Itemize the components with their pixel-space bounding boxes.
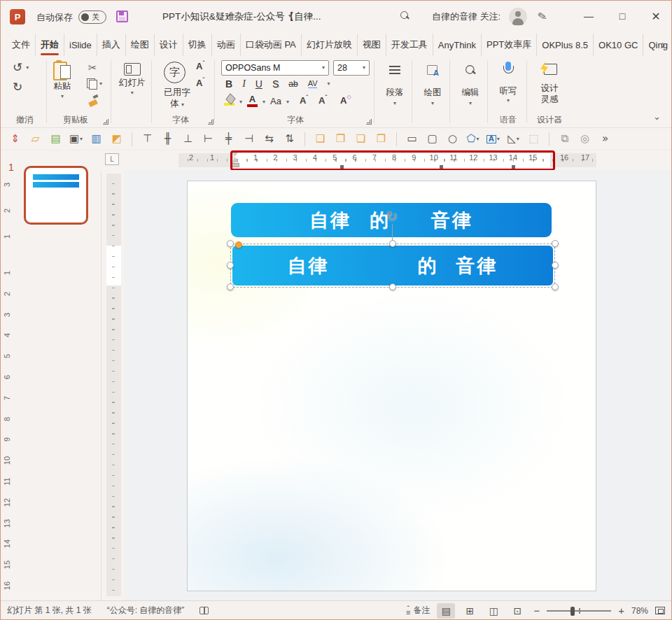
reading-view-button[interactable]: ◫ [484, 603, 503, 619]
document-title[interactable]: PPT小知识&疑难杂症-公众号【自律... [162, 10, 302, 23]
ribbon-tab[interactable]: AnyThink [433, 34, 482, 56]
ribbon-tab[interactable]: 口袋动画 PA [241, 34, 302, 56]
selection-handle-right[interactable] [552, 262, 559, 269]
normal-view-button[interactable]: ▤ [437, 603, 455, 619]
slide-dropdown-icon[interactable]: ▾ [131, 90, 134, 96]
save-icon[interactable] [116, 10, 128, 22]
account-text[interactable]: 自律的音律 关注: [432, 10, 500, 23]
ribbon-tab[interactable]: 绘图 [126, 34, 155, 56]
qat-overflow-icon[interactable]: » [596, 130, 615, 148]
minimize-button[interactable]: — [573, 0, 605, 32]
selection-handle-bottomright[interactable] [552, 283, 559, 290]
notes-button[interactable]: ˆ≡ 备注 [406, 605, 430, 617]
editing-canvas[interactable]: 自律的音律 ↻ 自律的音律 [125, 170, 672, 600]
insert-placeholder-icon[interactable]: ▣▾ [66, 130, 85, 148]
shape-effects-icon[interactable]: ◺▾ [504, 130, 523, 148]
selection-handle-bottomleft[interactable] [227, 283, 234, 290]
slideshow-button[interactable]: ⊡ [508, 603, 526, 619]
used-fonts-dialog-launcher[interactable] [208, 119, 214, 125]
merge-shapes-union-icon[interactable]: ⧉ [555, 130, 574, 148]
avatar[interactable] [509, 8, 527, 26]
tab-overflow-icon[interactable]: › [657, 34, 669, 56]
distribute-rows-icon[interactable]: ▤ [46, 130, 65, 148]
zoom-slider-handle[interactable] [570, 607, 575, 616]
edit-points-icon[interactable]: ⬚ [524, 130, 543, 148]
change-shape-icon[interactable]: ⬠▾ [463, 130, 482, 148]
ribbon-tab[interactable]: 开始 [36, 34, 64, 56]
autosave-toggle[interactable]: 关 [78, 10, 106, 24]
highlight-color-button[interactable] [224, 95, 234, 106]
text-shadow-button[interactable]: S [272, 79, 279, 89]
paste-dropdown-icon[interactable]: ▾ [61, 94, 64, 99]
align-center-icon[interactable]: ╪ [219, 130, 238, 148]
italic-button[interactable]: I [242, 79, 246, 89]
font-name-combobox[interactable]: OPPOSans M ▾ [221, 60, 329, 76]
align-top-icon[interactable]: ⊤ [138, 130, 157, 148]
close-button[interactable]: ✕ [640, 0, 672, 32]
ribbon-tab[interactable]: 设计 [155, 34, 183, 56]
slide-thumbnail[interactable] [24, 166, 88, 225]
new-slide-button[interactable]: 幻灯片 ▾ [119, 63, 146, 96]
grow-font-button[interactable]: Aˆ [300, 96, 308, 105]
underline-button[interactable]: U [255, 79, 262, 89]
selection-handle-topright[interactable] [552, 240, 559, 247]
fit-to-window-icon[interactable] [655, 607, 665, 614]
shrink-font-button[interactable]: Aˇ [318, 96, 327, 105]
paragraph-button[interactable]: 段落 [377, 87, 413, 99]
adjustment-handle[interactable] [235, 241, 242, 248]
title-dropdown-icon[interactable]: ▾ [288, 13, 291, 19]
decrease-font-icon[interactable]: Aˇ [196, 78, 204, 87]
ribbon-tab[interactable]: 切换 [183, 34, 212, 56]
ribbon-tab[interactable]: 幻灯片放映 [302, 34, 358, 56]
zoom-level[interactable]: 78% [631, 606, 648, 616]
send-backward-icon[interactable]: ❏ [351, 130, 370, 148]
used-fonts-label-line2[interactable]: 体 ▾ [161, 98, 193, 110]
slide-sorter-button[interactable]: ⊞ [461, 603, 479, 619]
zoom-slider[interactable] [547, 606, 611, 616]
ribbon-tab[interactable]: 文件 [7, 34, 36, 56]
align-right-icon[interactable]: ⊣ [239, 130, 258, 148]
rectangle-shape-icon[interactable]: ▭ [402, 130, 421, 148]
align-middle-icon[interactable]: ╫ [158, 130, 177, 148]
strikethrough-button[interactable]: ab [288, 80, 298, 88]
spacing-dropdown-icon[interactable]: ▾ [327, 81, 330, 87]
draw-button[interactable]: 绘图 [414, 87, 451, 99]
paragraph-dropdown-icon[interactable]: ▾ [393, 101, 396, 106]
ribbon-tab[interactable]: OK10 GC [594, 34, 643, 56]
powerpoint-app-icon[interactable]: P [10, 9, 25, 24]
paste-button[interactable]: 粘贴 ▾ [53, 60, 71, 99]
align-left-icon[interactable]: ⊢ [199, 130, 218, 148]
ribbon-tab[interactable]: 插入 [97, 34, 126, 56]
vertical-ruler[interactable] [106, 174, 121, 596]
bold-button[interactable]: B [225, 79, 232, 89]
ribbon-tab[interactable]: 动画 [212, 34, 241, 56]
banner-shape-selected[interactable]: 自律的音律 [232, 246, 553, 286]
clear-formatting-button[interactable]: A◇ [340, 96, 351, 105]
search-icon[interactable] [400, 11, 412, 22]
ribbon-tab[interactable]: iSlide [64, 34, 97, 56]
ribbon-tab[interactable]: PPT效率库 [482, 34, 537, 56]
distribute-vertical-icon[interactable]: ⇅ [280, 130, 299, 148]
fit-height-icon[interactable]: ⇕ [6, 130, 24, 148]
distribute-horizontal-icon[interactable]: ⇆ [260, 130, 279, 148]
bring-to-front-icon[interactable]: ❐ [331, 130, 350, 148]
ribbon-tab[interactable]: OKPlus 8.5 [537, 34, 594, 56]
select-rotate-icon[interactable]: ▱ [26, 130, 45, 148]
autosave-control[interactable]: 自动保存 关 [36, 10, 106, 24]
send-to-back-icon[interactable]: ❒ [372, 130, 391, 148]
tab-selector-button[interactable]: L [105, 153, 119, 165]
ellipse-shape-icon[interactable]: ○ [443, 130, 462, 148]
rounded-rectangle-icon[interactable]: ▢ [423, 130, 442, 148]
font-color-dropdown-icon[interactable]: ▾ [262, 99, 265, 105]
zoom-in-button[interactable]: + [618, 605, 624, 616]
selection-handle-bottomcenter[interactable] [389, 283, 396, 290]
change-case-dropdown-icon[interactable]: ▾ [286, 99, 289, 105]
selection-handle-left[interactable] [227, 262, 234, 269]
copy-dropdown-icon[interactable]: ▾ [99, 81, 102, 87]
accessibility-icon[interactable] [200, 607, 209, 614]
dictate-dropdown-icon[interactable]: ▾ [507, 98, 510, 104]
font-dialog-launcher[interactable] [366, 119, 372, 125]
align-bottom-icon[interactable]: ⊥ [178, 130, 197, 148]
undo-dropdown-icon[interactable]: ▾ [26, 65, 29, 71]
collapse-ribbon-icon[interactable]: ⌄ [653, 111, 661, 122]
